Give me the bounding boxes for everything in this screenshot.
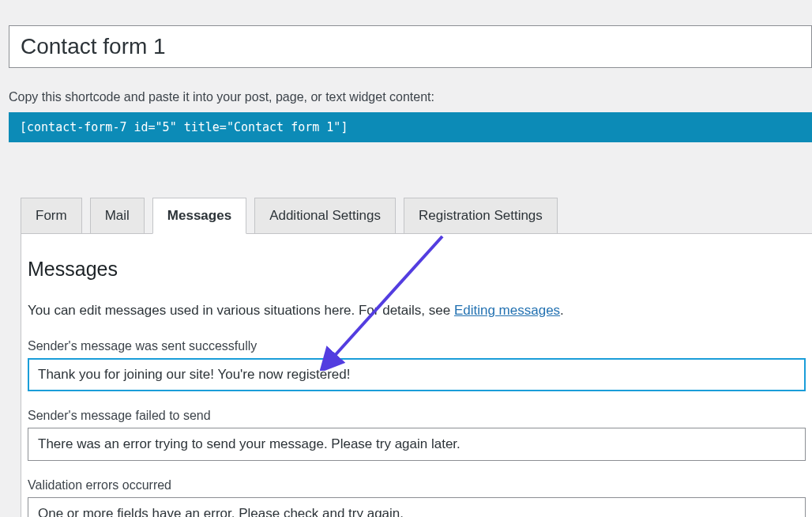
panel-heading: Messages (28, 258, 806, 281)
messages-panel: Messages You can edit messages used in v… (21, 233, 812, 517)
panel-desc-text: You can edit messages used in various si… (28, 303, 454, 318)
validation-message-input[interactable] (28, 497, 806, 517)
failed-message-input[interactable] (28, 428, 806, 461)
success-message-label: Sender's message was sent successfully (28, 339, 806, 353)
form-title-input[interactable] (9, 25, 812, 68)
shortcode-instruction: Copy this shortcode and paste it into yo… (9, 90, 812, 104)
tab-additional-settings[interactable]: Additional Settings (254, 198, 396, 234)
tab-registration-settings[interactable]: Registration Settings (404, 198, 558, 234)
validation-message-label: Validation errors occurred (28, 478, 806, 492)
tab-form[interactable]: Form (21, 198, 82, 234)
tab-list: Form Mail Messages Additional Settings R… (21, 198, 812, 234)
shortcode-display[interactable]: [contact-form-7 id="5" title="Contact fo… (9, 112, 812, 142)
failed-message-label: Sender's message failed to send (28, 409, 806, 423)
panel-description: You can edit messages used in various si… (28, 303, 806, 319)
tab-mail[interactable]: Mail (90, 198, 145, 234)
panel-desc-suffix: . (560, 303, 564, 318)
editing-messages-link[interactable]: Editing messages (454, 303, 560, 318)
tab-messages[interactable]: Messages (152, 198, 246, 234)
success-message-input[interactable] (28, 358, 806, 391)
